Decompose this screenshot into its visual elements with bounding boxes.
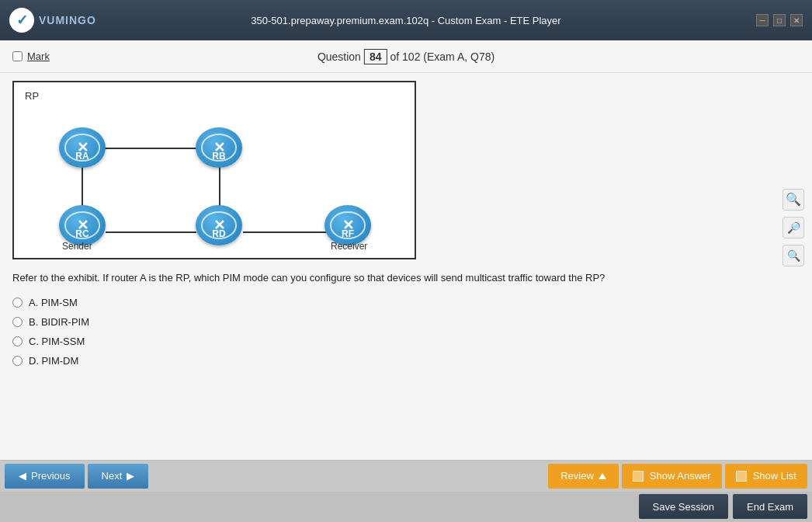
content-scroll-area: RP ✕ RA (0, 73, 812, 460)
router-rc: ✕ RC (59, 205, 106, 245)
previous-arrow-icon: ◀ (19, 470, 26, 482)
show-answer-sq-icon (633, 471, 644, 482)
logo-check-icon: ✓ (16, 12, 28, 29)
zoom-out-icon-button[interactable]: 🔍 (783, 245, 804, 266)
question-header: Mark Question 84 of 102 (Exam A, Q78) (0, 40, 812, 73)
router-ra: ✕ RA (59, 127, 106, 168)
router-rf-circle: ✕ RF (324, 205, 371, 245)
right-icons-panel: 🔍 🔎 🔍 (783, 189, 804, 266)
router-rf-label: RF (342, 228, 354, 239)
mark-label: Mark (27, 50, 50, 62)
receiver-label: Receiver (331, 241, 367, 252)
question-num-box: 84 (364, 49, 387, 64)
option-a-radio[interactable] (12, 298, 23, 308)
router-rf: ✕ RF (324, 205, 371, 245)
main-wrapper: Mark Question 84 of 102 (Exam A, Q78) RP (0, 40, 812, 522)
option-b-label: B. BIDIR-PIM (29, 316, 89, 328)
sender-label: Sender (62, 241, 92, 252)
options-list: A. PIM-SM B. BIDIR-PIM C. PIM-SSM D. PIM… (12, 297, 800, 367)
bottom-row-navigation: ◀ Previous Next ▶ Review Show Answer Sho… (0, 461, 812, 492)
router-rc-circle: ✕ RC (59, 205, 106, 245)
logo-text: VUMINGO (39, 14, 96, 26)
end-exam-button[interactable]: End Exam (733, 494, 807, 519)
option-d[interactable]: D. PIM-DM (12, 355, 800, 367)
option-c-radio[interactable] (12, 336, 23, 346)
title-bar: ✓ VUMINGO 350-501.prepaway.premium.exam.… (0, 0, 812, 40)
router-rd: ✕ RD (196, 205, 242, 245)
question-total: of 102 (Exam A, Q78) (390, 50, 495, 63)
rp-label: RP (25, 90, 39, 102)
show-list-button[interactable]: Show List (725, 464, 807, 489)
option-a[interactable]: A. PIM-SM (12, 297, 800, 308)
bottom-bar: ◀ Previous Next ▶ Review Show Answer Sho… (0, 460, 812, 522)
show-answer-label: Show Answer (650, 470, 711, 482)
mark-input[interactable] (12, 51, 23, 61)
zoom-in-icon-button[interactable]: 🔎 (783, 217, 804, 238)
next-button[interactable]: Next ▶ (88, 464, 149, 489)
question-text: Refer to the exhibit. If router A is the… (12, 270, 800, 286)
router-rd-label: RD (212, 228, 225, 239)
search-icon-button[interactable]: 🔍 (783, 189, 804, 211)
close-button[interactable]: ✕ (790, 14, 803, 26)
question-label: Question (318, 50, 361, 63)
end-exam-label: End Exam (747, 501, 793, 513)
network-diagram: RP ✕ RA (12, 81, 416, 259)
bottom-row-actions: Save Session End Exam (0, 492, 812, 523)
question-number: Question 84 of 102 (Exam A, Q78) (318, 49, 494, 64)
option-c[interactable]: C. PIM-SSM (12, 336, 800, 347)
next-arrow-icon: ▶ (127, 470, 134, 482)
window-controls: ─ □ ✕ (756, 14, 803, 26)
router-ra-circle: ✕ RA (59, 127, 106, 168)
router-rb-circle: ✕ RB (196, 127, 242, 168)
maximize-button[interactable]: □ (773, 14, 786, 26)
option-a-label: A. PIM-SM (29, 297, 78, 308)
show-list-sq-icon (736, 471, 747, 482)
window-title: 350-501.prepaway.premium.exam.102q - Cus… (251, 15, 560, 26)
save-session-button[interactable]: Save Session (639, 494, 729, 519)
option-d-label: D. PIM-DM (29, 355, 78, 367)
show-list-label: Show List (753, 470, 796, 482)
router-rc-label: RC (75, 228, 88, 239)
router-rd-circle: ✕ RD (196, 205, 242, 245)
logo-circle: ✓ (9, 8, 34, 33)
review-button[interactable]: Review (548, 464, 619, 489)
show-answer-button[interactable]: Show Answer (622, 464, 722, 489)
option-c-label: C. PIM-SSM (29, 336, 85, 347)
option-d-radio[interactable] (12, 356, 23, 366)
option-b[interactable]: B. BIDIR-PIM (12, 316, 800, 328)
previous-label: Previous (31, 470, 71, 482)
minimize-button[interactable]: ─ (756, 14, 769, 26)
review-label: Review (560, 470, 594, 482)
next-label: Next (102, 470, 123, 482)
app-logo: ✓ VUMINGO (9, 8, 96, 33)
option-b-radio[interactable] (12, 317, 23, 327)
content-area: RP ✕ RA (0, 73, 812, 382)
mark-checkbox[interactable]: Mark (12, 50, 50, 62)
save-session-label: Save Session (653, 501, 715, 513)
previous-button[interactable]: ◀ Previous (5, 464, 85, 489)
router-rb: ✕ RB (196, 127, 242, 168)
review-arrow-icon (599, 473, 606, 479)
router-rb-label: RB (212, 151, 225, 162)
router-ra-label: RA (75, 151, 88, 162)
